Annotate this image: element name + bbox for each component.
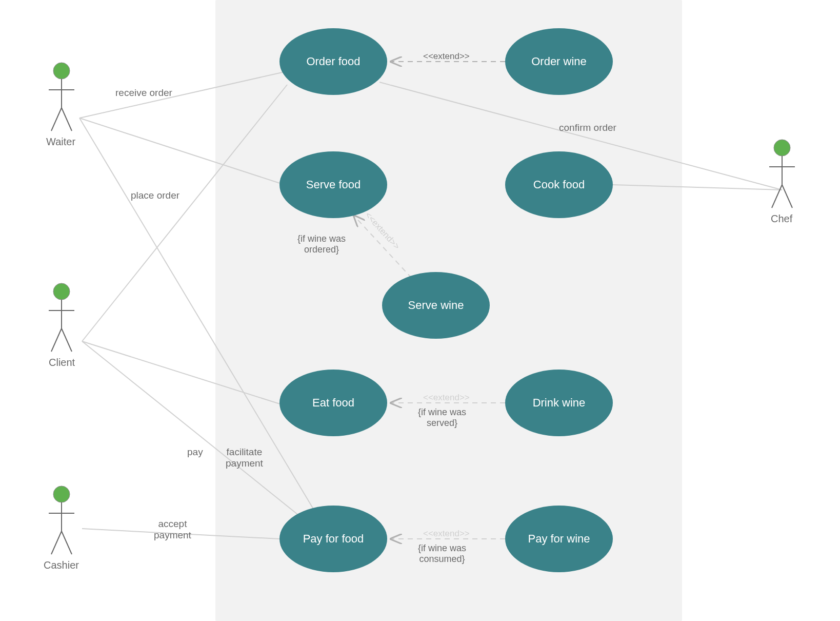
usecase-serve-food: Serve food bbox=[279, 151, 387, 218]
svg-point-28 bbox=[774, 140, 790, 156]
usecase-eat-food: Eat food bbox=[279, 370, 387, 436]
svg-line-32 bbox=[782, 185, 792, 208]
label-extend-orderwine: <<extend>> bbox=[423, 51, 470, 62]
svg-line-17 bbox=[62, 108, 72, 131]
svg-point-18 bbox=[53, 283, 70, 300]
actor-cashier bbox=[46, 485, 77, 557]
label-condition-wine-ordered: {if wine was ordered} bbox=[297, 234, 346, 255]
label-pay: pay bbox=[187, 447, 203, 458]
svg-line-27 bbox=[62, 531, 72, 554]
svg-line-22 bbox=[62, 328, 72, 352]
svg-line-26 bbox=[51, 531, 62, 554]
svg-line-16 bbox=[51, 108, 62, 131]
label-place-order: place order bbox=[131, 190, 179, 201]
actor-cashier-label: Cashier bbox=[44, 559, 79, 571]
actor-chef-label: Chef bbox=[771, 213, 792, 225]
label-extend-paywine: <<extend>> bbox=[423, 529, 470, 539]
actor-chef bbox=[767, 139, 797, 210]
actor-client bbox=[46, 282, 77, 354]
usecase-cook-food: Cook food bbox=[505, 151, 613, 218]
label-receive-order: receive order bbox=[115, 87, 172, 99]
svg-point-13 bbox=[53, 63, 70, 79]
usecase-pay-for-wine: Pay for wine bbox=[505, 506, 613, 572]
label-condition-wine-served: {if wine was served} bbox=[418, 407, 466, 429]
label-extend-drinkwine: <<extend>> bbox=[423, 393, 470, 403]
label-condition-wine-consumed: {if wine was consumed} bbox=[418, 543, 466, 565]
label-accept-payment: accept payment bbox=[154, 518, 191, 541]
label-facilitate-payment: facilitate payment bbox=[226, 447, 263, 469]
usecase-drink-wine: Drink wine bbox=[505, 370, 613, 436]
usecase-serve-wine: Serve wine bbox=[382, 272, 490, 339]
svg-line-21 bbox=[51, 328, 62, 352]
svg-line-31 bbox=[772, 185, 782, 208]
usecase-pay-for-food: Pay for food bbox=[279, 506, 387, 572]
label-confirm-order: confirm order bbox=[559, 122, 616, 133]
actor-client-label: Client bbox=[49, 357, 75, 368]
usecase-order-wine: Order wine bbox=[505, 28, 613, 95]
actor-waiter bbox=[46, 62, 77, 133]
actor-waiter-label: Waiter bbox=[46, 136, 75, 148]
usecase-order-food: Order food bbox=[279, 28, 387, 95]
svg-point-23 bbox=[53, 486, 70, 502]
